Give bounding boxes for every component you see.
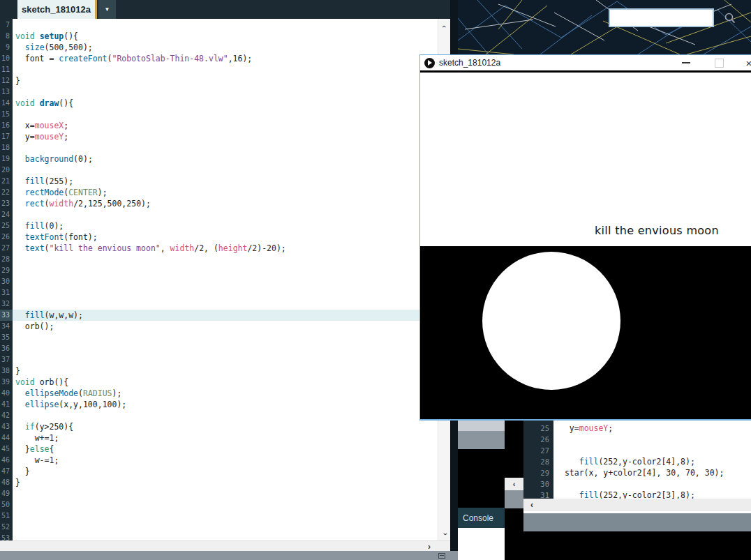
code-line[interactable]: w-=1;	[13, 455, 438, 466]
code-line[interactable]	[13, 165, 438, 176]
code-line[interactable]	[13, 254, 438, 265]
code-line[interactable]	[13, 276, 438, 287]
close-button[interactable]: ×	[738, 55, 751, 70]
sketch-orb-circle	[482, 252, 620, 390]
search-input[interactable]	[610, 10, 724, 26]
code-line[interactable]: }	[13, 75, 438, 86]
line-number: 34	[0, 321, 13, 332]
editor-tab-bar: sketch_181012a ▼	[0, 0, 458, 19]
scroll-up-icon[interactable]: ‹	[439, 20, 450, 33]
code-line[interactable]: fill(w,w,w);	[13, 310, 438, 321]
line-number: 49	[0, 488, 13, 499]
code-line[interactable]	[13, 142, 438, 153]
line-number: 41	[0, 399, 13, 410]
code-line[interactable]: rect(width/2,125,500,250);	[13, 198, 438, 209]
code-line[interactable]: }else{	[13, 444, 438, 455]
code-line[interactable]	[553, 478, 751, 490]
code-line[interactable]: star(x, y+color2[4], 30, 70, 30);	[553, 467, 751, 478]
line-number: 12	[0, 75, 13, 86]
code-line[interactable]: }	[13, 365, 438, 377]
line-number: 9	[0, 42, 13, 53]
code-line[interactable]: }	[13, 477, 438, 488]
code-line[interactable]: }	[13, 466, 438, 477]
code-line[interactable]: if(y>250){	[13, 421, 438, 432]
scroll-left-button[interactable]: ‹	[505, 478, 523, 490]
background-editor-window: 25262728293031 y=mouseY; fill(252,y-colo…	[523, 421, 751, 560]
code-editor-area[interactable]: void setup(){ size(500,500); font = crea…	[13, 19, 438, 540]
maximize-button[interactable]	[708, 55, 729, 70]
console-toggle-icon[interactable]	[438, 553, 445, 559]
scroll-right-icon[interactable]: ›	[424, 541, 435, 552]
search-icon[interactable]	[724, 12, 736, 24]
background-scroll-track[interactable]	[458, 421, 505, 431]
code-line[interactable]: y=mouseY;	[13, 131, 438, 142]
code-line[interactable]: orb();	[13, 321, 438, 332]
code-line[interactable]: void setup(){	[13, 31, 438, 42]
code-line[interactable]: font = createFont("RobotoSlab-Thin-48.vl…	[13, 53, 438, 64]
code-line[interactable]: fill(252,y-color2[3],8);	[553, 490, 751, 499]
line-number: 27	[0, 243, 13, 254]
code-line[interactable]	[13, 488, 438, 499]
editor-hscrollbar[interactable]: ›	[0, 540, 450, 551]
sketch-canvas-black-bg	[420, 246, 751, 419]
code-line[interactable]: size(500,500);	[13, 42, 438, 53]
code-line[interactable]	[13, 410, 438, 421]
line-number: 43	[0, 421, 13, 432]
code-line[interactable]: y=mouseY;	[553, 423, 751, 434]
code-line[interactable]	[13, 343, 438, 354]
code-line[interactable]	[13, 354, 438, 365]
line-number: 38	[0, 365, 13, 377]
code-line[interactable]	[13, 64, 438, 75]
code-line[interactable]	[553, 445, 751, 456]
code-line[interactable]: ellipse(x,y,100,100);	[13, 399, 438, 410]
code-line[interactable]	[13, 533, 438, 540]
background-scroll-thumb[interactable]	[458, 431, 505, 449]
line-number: 20	[0, 165, 13, 176]
code-line[interactable]: background(0);	[13, 153, 438, 165]
minimize-button[interactable]	[676, 55, 697, 70]
code-line[interactable]	[13, 287, 438, 298]
code-line[interactable]	[13, 510, 438, 522]
code-line[interactable]	[13, 298, 438, 310]
code-line[interactable]: textFont(font);	[13, 232, 438, 243]
tab-dropdown-button[interactable]: ▼	[98, 0, 116, 19]
background-code-area[interactable]: 25262728293031 y=mouseY; fill(252,y-colo…	[523, 421, 751, 499]
code-line[interactable]	[13, 109, 438, 120]
tab-sketch[interactable]: sketch_181012a	[17, 0, 95, 19]
background-scroll-thumb-2[interactable]	[505, 490, 523, 508]
hscroll-left-icon[interactable]: ‹	[526, 499, 537, 511]
line-number: 39	[0, 377, 13, 388]
code-line[interactable]	[13, 522, 438, 533]
code-line[interactable]	[13, 499, 438, 510]
line-number: 53	[0, 533, 13, 540]
line-number: 42	[0, 410, 13, 421]
line-number: 27	[523, 445, 553, 456]
sketch-canvas-text: kill the envious moon	[595, 224, 719, 237]
code-line[interactable]	[13, 20, 438, 31]
line-number: 40	[0, 388, 13, 399]
search-box[interactable]	[609, 8, 714, 27]
code-line[interactable]: fill(255);	[13, 176, 438, 187]
code-line[interactable]: w+=1;	[13, 432, 438, 444]
code-line[interactable]: fill(0);	[13, 220, 438, 232]
line-number: 50	[0, 499, 13, 510]
code-line[interactable]: ellipseMode(RADIUS);	[13, 388, 438, 399]
scroll-down-icon[interactable]: ‹	[439, 528, 450, 540]
code-line[interactable]: rectMode(CENTER);	[13, 187, 438, 198]
runner-title-bar[interactable]: sketch_181012a ×	[420, 55, 751, 70]
chevron-down-icon: ▼	[105, 6, 110, 13]
code-line[interactable]	[553, 434, 751, 445]
code-line[interactable]	[13, 332, 438, 343]
code-line[interactable]: void draw(){	[13, 98, 438, 109]
code-line[interactable]: text("kill the envious moon", width/2, (…	[13, 243, 438, 254]
code-line[interactable]	[13, 265, 438, 276]
code-line[interactable]	[13, 86, 438, 98]
line-number: 16	[0, 120, 13, 131]
background-line-gutter: 25262728293031	[523, 421, 553, 499]
background-hscrollbar[interactable]: ‹	[523, 499, 751, 511]
code-line[interactable]: void orb(){	[13, 377, 438, 388]
code-line[interactable]: x=mouseX;	[13, 120, 438, 131]
code-line[interactable]	[13, 209, 438, 220]
code-line[interactable]: fill(252,y-color2[4],8);	[553, 456, 751, 467]
tab-console[interactable]: Console	[458, 508, 505, 528]
